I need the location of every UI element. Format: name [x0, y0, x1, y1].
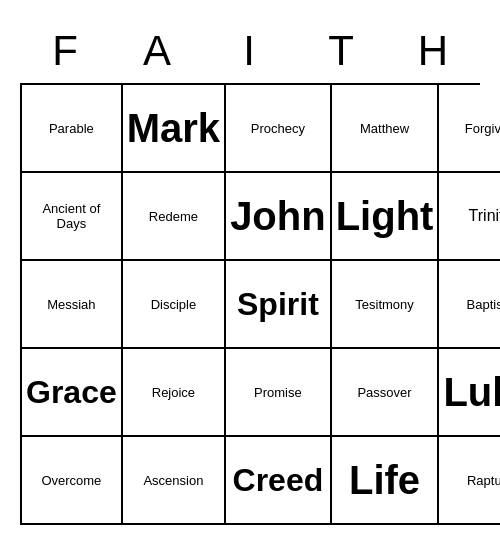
cell-text: Redeme [149, 209, 198, 224]
cell-text: Promise [254, 385, 302, 400]
cell-text: Creed [233, 462, 324, 499]
cell-text: Light [336, 194, 434, 239]
cell-text: Overcome [41, 473, 101, 488]
header-letter: A [112, 19, 204, 83]
bingo-cell: Promise [226, 349, 332, 437]
bingo-cell: Ascension [123, 437, 226, 525]
header-letter: I [204, 19, 296, 83]
bingo-grid: ParableMarkProchecyMatthewForgivenAncien… [20, 83, 480, 525]
bingo-cell: Baptism [439, 261, 500, 349]
bingo-cell: Light [332, 173, 440, 261]
bingo-cell: Mark [123, 85, 226, 173]
cell-text: Messiah [47, 297, 95, 312]
bingo-cell: Forgiven [439, 85, 500, 173]
bingo-cell: Rejoice [123, 349, 226, 437]
cell-text: Ascension [143, 473, 203, 488]
cell-text: Parable [49, 121, 94, 136]
header-letter: H [388, 19, 480, 83]
cell-text: Mark [127, 106, 220, 151]
bingo-card: FAITH ParableMarkProchecyMatthewForgiven… [20, 19, 480, 525]
bingo-cell: Matthew [332, 85, 440, 173]
bingo-cell: Life [332, 437, 440, 525]
cell-text: John [230, 194, 326, 239]
cell-text: Disciple [151, 297, 197, 312]
cell-text: Trinity [469, 207, 500, 225]
cell-text: Prochecy [251, 121, 305, 136]
cell-text: Forgiven [465, 121, 500, 136]
bingo-cell: Grace [22, 349, 123, 437]
bingo-cell: Spirit [226, 261, 332, 349]
cell-text: Rapture [467, 473, 500, 488]
bingo-cell: Redeme [123, 173, 226, 261]
cell-text: Rejoice [152, 385, 195, 400]
header-letter: T [296, 19, 388, 83]
bingo-cell: Passover [332, 349, 440, 437]
cell-text: Spirit [237, 286, 319, 323]
bingo-cell: Messiah [22, 261, 123, 349]
bingo-cell: Creed [226, 437, 332, 525]
bingo-cell: Prochecy [226, 85, 332, 173]
bingo-cell: Parable [22, 85, 123, 173]
bingo-cell: Luke [439, 349, 500, 437]
bingo-cell: Disciple [123, 261, 226, 349]
bingo-cell: Ancient of Days [22, 173, 123, 261]
cell-text: Matthew [360, 121, 409, 136]
cell-text: Ancient of Days [26, 201, 117, 231]
bingo-cell: Rapture [439, 437, 500, 525]
cell-text: Tesitmony [355, 297, 414, 312]
cell-text: Baptism [467, 297, 500, 312]
bingo-cell: Tesitmony [332, 261, 440, 349]
cell-text: Luke [443, 370, 500, 415]
cell-text: Life [349, 458, 420, 503]
bingo-cell: Overcome [22, 437, 123, 525]
header-letter: F [20, 19, 112, 83]
cell-text: Grace [26, 374, 117, 411]
bingo-cell: Trinity [439, 173, 500, 261]
bingo-cell: John [226, 173, 332, 261]
cell-text: Passover [357, 385, 411, 400]
bingo-header: FAITH [20, 19, 480, 83]
